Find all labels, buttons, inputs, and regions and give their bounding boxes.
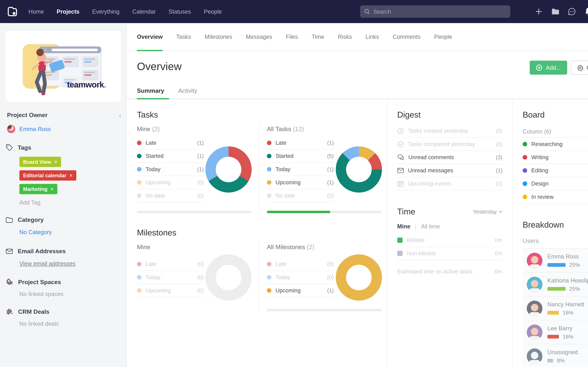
digest-upcoming-events[interactable]: Upcoming events(0) xyxy=(397,177,502,191)
nav-item-statuses[interactable]: Statuses xyxy=(168,8,191,15)
milestones-mine-subpanel: Mine Late(0) Today(0) Upcoming(0) xyxy=(137,242,260,311)
search-icon xyxy=(364,9,370,15)
plus-circle-icon xyxy=(397,128,404,134)
task-filter-late[interactable]: Late(1) xyxy=(267,136,334,150)
digest-unread-messages[interactable]: Unread messages(1) xyxy=(397,164,502,177)
digest-tasks-created[interactable]: Tasks created yesterday(0) xyxy=(397,125,502,138)
task-filter-nodate[interactable]: No date(0) xyxy=(267,189,334,202)
time-tab-mine[interactable]: Mine xyxy=(397,223,411,230)
tab-links[interactable]: Links xyxy=(366,23,379,51)
search-input[interactable]: Search xyxy=(360,5,510,18)
quick-add-icon[interactable] xyxy=(535,8,543,16)
time-billable-row: Billable0m xyxy=(397,234,502,247)
task-filter-today[interactable]: Today(1) xyxy=(267,163,334,176)
project-owner-heading: Project Owner xyxy=(6,112,120,118)
sidebar-collapse-chevron-icon[interactable]: ‹ xyxy=(119,112,121,120)
user-row-nancy-harnett[interactable]: Nancy Harnett 16% 2 xyxy=(523,296,588,320)
teamwork-logo-icon[interactable] xyxy=(6,5,19,18)
task-filter-started[interactable]: Started(5) xyxy=(267,150,334,163)
projects-switcher-folder-icon[interactable] xyxy=(551,8,560,16)
user-row-lee-barry[interactable]: Lee Barry 16% 2 xyxy=(523,320,588,344)
calendar-icon xyxy=(397,180,404,187)
time-tab-alltime[interactable]: All time xyxy=(421,223,440,230)
teamwork-illustration xyxy=(5,31,121,102)
project-tabbar: Overview Tasks Milestones Messages Files… xyxy=(127,23,588,51)
milestone-filter-late[interactable]: Late(0) xyxy=(137,258,204,271)
board-row-inreview[interactable]: In review10 xyxy=(523,191,588,204)
subtab-summary[interactable]: Summary xyxy=(137,87,164,99)
tab-comments[interactable]: Comments xyxy=(393,23,420,51)
add-button[interactable]: Add... xyxy=(530,61,567,75)
task-filter-upcoming[interactable]: Upcoming(1) xyxy=(267,176,334,189)
digest-unread-comments[interactable]: Unread comments(3) xyxy=(397,151,502,164)
board-row-writing[interactable]: Writing10 xyxy=(523,151,588,164)
tab-time[interactable]: Time xyxy=(312,23,324,51)
task-filter-upcoming[interactable]: Upcoming(0) xyxy=(137,176,204,189)
teamwork-wordmark: teamwork. xyxy=(67,80,110,90)
milestone-filter-late[interactable]: Late(0) xyxy=(267,258,334,271)
user-row-katriona-heaslip[interactable]: Katriona Heaslip 25% 3 xyxy=(523,273,588,296)
tag-chip-board-view[interactable]: Board View✕ xyxy=(19,157,61,167)
owner-name-link[interactable]: Emma Ross xyxy=(19,126,51,132)
status-dot xyxy=(137,141,142,145)
task-filter-started[interactable]: Started(1) xyxy=(137,150,204,163)
nonbillable-swatch xyxy=(397,251,403,256)
envelope-icon xyxy=(6,248,13,254)
add-tag-button[interactable]: Add Tag xyxy=(19,199,120,206)
status-dot xyxy=(267,180,271,185)
subtab-activity[interactable]: Activity xyxy=(178,87,197,99)
unassigned-person-icon xyxy=(527,348,542,364)
tag-chip-marketing[interactable]: Marketing✕ xyxy=(19,184,58,194)
nav-item-calendar[interactable]: Calendar xyxy=(132,8,156,15)
gear-icon xyxy=(577,65,583,71)
tab-milestones[interactable]: Milestones xyxy=(205,23,232,51)
tag-chip-editorial-calendar[interactable]: Editorial calendar✕ xyxy=(19,170,76,181)
milestones-all-progressbar xyxy=(267,309,382,311)
remove-tag-icon[interactable]: ✕ xyxy=(50,187,54,191)
plus-circle-icon xyxy=(536,64,543,71)
notifications-bell-icon[interactable] xyxy=(584,8,588,16)
remove-tag-icon[interactable]: ✕ xyxy=(54,159,57,164)
tab-risks[interactable]: Risks xyxy=(338,23,352,51)
view-email-addresses-link[interactable]: View email addresses xyxy=(19,260,120,267)
tab-messages[interactable]: Messages xyxy=(246,23,272,51)
task-filter-late[interactable]: Late(1) xyxy=(137,136,204,150)
board-row-researching[interactable]: Researching20 xyxy=(523,138,588,151)
milestone-filter-today[interactable]: Today(0) xyxy=(267,271,334,284)
board-row-editing[interactable]: Editing20 xyxy=(523,164,588,177)
tab-overview[interactable]: Overview xyxy=(137,23,163,51)
time-range-dropdown[interactable]: Yesterday xyxy=(473,209,502,215)
task-filter-nodate[interactable]: No date(0) xyxy=(137,189,204,202)
digest-heading: Digest xyxy=(397,110,502,120)
nav-item-home[interactable]: Home xyxy=(28,8,44,15)
tasks-all-subpanel: All Tasks (12) Late(1) Started(5) Today(… xyxy=(260,124,382,213)
remove-tag-icon[interactable]: ✕ xyxy=(69,173,73,178)
milestones-mine-donut-chart xyxy=(205,254,252,300)
avatar xyxy=(527,276,542,292)
no-category-link[interactable]: No Category xyxy=(19,229,120,235)
users-table: Emma Ross 25% 3 Katriona Heaslip 25% xyxy=(523,248,588,367)
milestone-filter-upcoming[interactable]: Upcoming(0) xyxy=(137,284,204,297)
tab-tasks[interactable]: Tasks xyxy=(176,23,191,51)
user-row-emma-ross[interactable]: Emma Ross 25% 3 xyxy=(523,249,588,273)
customize-button[interactable]: Customize xyxy=(571,61,588,75)
user-row-unassigned[interactable]: Unassigned 8% 1 xyxy=(523,344,588,367)
milestone-filter-today[interactable]: Today(0) xyxy=(137,271,204,284)
chevron-down-icon xyxy=(499,210,503,213)
tab-people[interactable]: People xyxy=(434,23,452,51)
milestone-filter-upcoming[interactable]: Upcoming(1) xyxy=(267,284,334,297)
nav-item-projects[interactable]: Projects xyxy=(57,8,79,15)
active-subtab-underline xyxy=(137,98,169,100)
tasks-mine-progressbar xyxy=(137,211,252,213)
chat-icon[interactable] xyxy=(568,8,576,16)
board-row-design[interactable]: Design10 xyxy=(523,177,588,191)
workload-bar xyxy=(547,311,559,315)
digest-tasks-completed[interactable]: Tasks completed yesterday(0) xyxy=(397,138,502,151)
nav-item-people[interactable]: People xyxy=(204,8,222,15)
project-sidebar: teamwork. ‹ Project Owner Emma Ross Tags… xyxy=(0,23,127,367)
task-filter-today[interactable]: Today(1) xyxy=(137,163,204,176)
tags-heading: Tags xyxy=(6,144,120,151)
tab-files[interactable]: Files xyxy=(286,23,298,51)
nav-item-everything[interactable]: Everything xyxy=(92,8,119,15)
time-heading: Time Yesterday xyxy=(397,207,502,217)
